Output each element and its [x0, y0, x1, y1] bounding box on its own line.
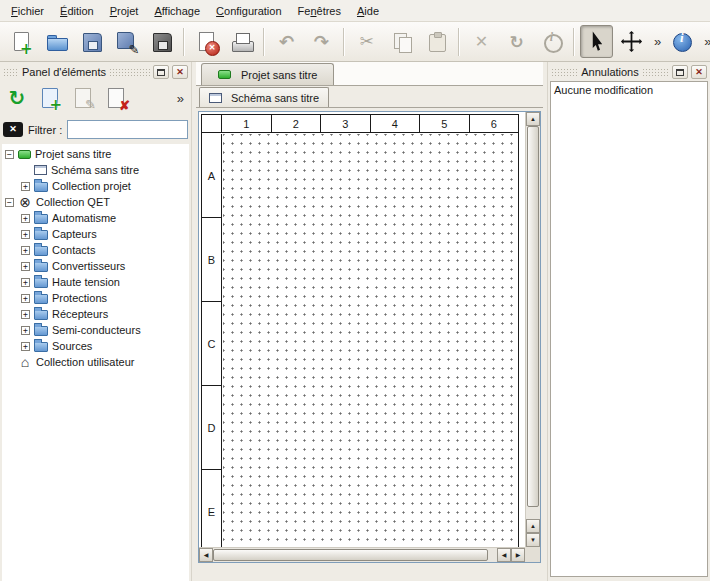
- menu-item-aide[interactable]: Aide: [349, 0, 387, 21]
- tab-schema-sans-titre[interactable]: Schéma sans titre: [199, 87, 329, 107]
- panel-toolbar-extension-button[interactable]: »: [173, 91, 189, 106]
- select-mode-button[interactable]: [580, 25, 613, 58]
- horizontal-scrollbar[interactable]: [199, 547, 525, 562]
- float-dock-button[interactable]: [153, 65, 169, 79]
- collapse-icon[interactable]: −: [5, 150, 14, 159]
- tree-item-recepteurs[interactable]: +Récepteurs: [2, 306, 189, 322]
- menu-item-fenetres[interactable]: Fenêtres: [290, 0, 349, 21]
- expand-icon[interactable]: +: [21, 294, 30, 303]
- tree-item-collection-utilisateur[interactable]: Collection utilisateur: [2, 354, 189, 370]
- edit-element-button[interactable]: [68, 83, 98, 113]
- row-header-a: A: [202, 134, 221, 217]
- scroll-left-button-right[interactable]: [497, 548, 511, 562]
- print-button[interactable]: [225, 25, 258, 58]
- column-headers: 123456: [222, 115, 518, 132]
- tree-item-sources[interactable]: +Sources: [2, 338, 189, 354]
- expand-icon[interactable]: +: [21, 342, 30, 351]
- vertical-scrollbar[interactable]: [525, 112, 540, 547]
- tree-item-haute-tension[interactable]: +Haute tension: [2, 274, 189, 290]
- toolbar-separator: [458, 28, 460, 56]
- filter-input[interactable]: [67, 120, 188, 139]
- delete-button[interactable]: [465, 25, 498, 58]
- expand-icon[interactable]: +: [21, 326, 30, 335]
- move-mode-button[interactable]: [615, 25, 648, 58]
- vertical-scroll-track[interactable]: [526, 126, 540, 519]
- tree-item-protections[interactable]: +Protections: [2, 290, 189, 306]
- menu-item-fichier[interactable]: Fichier: [3, 0, 52, 21]
- float-dock-button[interactable]: [672, 65, 688, 79]
- cut-button[interactable]: [350, 25, 383, 58]
- diagram-view-wrap: 123456 ABCDE: [196, 108, 543, 581]
- menu-item-affichage[interactable]: Affichage: [146, 0, 208, 21]
- folder-icon: [34, 310, 48, 320]
- print-icon: [230, 30, 254, 54]
- tree-item-collection-projet[interactable]: +Collection projet: [2, 178, 189, 194]
- paste-button[interactable]: [420, 25, 453, 58]
- toolbar-group-clipboard: [350, 25, 453, 58]
- save-as-icon: [115, 30, 139, 54]
- element-tree[interactable]: −Projet sans titreSchéma sans titre+Coll…: [2, 144, 189, 581]
- scroll-down-button[interactable]: [526, 533, 540, 547]
- new-element-button[interactable]: [35, 83, 65, 113]
- tab-projet-sans-titre[interactable]: Projet sans titre: [201, 63, 334, 85]
- tree-item-convertisseurs[interactable]: +Convertisseurs: [2, 258, 189, 274]
- tree-item-automatisme[interactable]: +Automatisme: [2, 210, 189, 226]
- tree-item-semi-conducteurs[interactable]: +Semi-conducteurs: [2, 322, 189, 338]
- tree-item-schema-sans-titre[interactable]: Schéma sans titre: [2, 162, 189, 178]
- menu-bar: FichierÉditionProjetAffichageConfigurati…: [0, 0, 710, 22]
- reload-collections-button[interactable]: [2, 83, 32, 113]
- arrow-left-icon: [502, 552, 507, 558]
- vertical-scroll-thumb[interactable]: [527, 126, 539, 507]
- diagram-canvas[interactable]: 123456 ABCDE: [199, 112, 525, 547]
- expand-icon[interactable]: +: [21, 262, 30, 271]
- new-document-button[interactable]: [5, 25, 38, 58]
- horizontal-scroll-thumb[interactable]: [213, 549, 488, 561]
- delete-element-button[interactable]: [101, 83, 131, 113]
- rotate-button[interactable]: [500, 25, 533, 58]
- tree-item-label: Collection projet: [52, 180, 131, 192]
- clear-filter-icon[interactable]: [3, 122, 23, 137]
- save-all-button[interactable]: [145, 25, 178, 58]
- undo-history-list[interactable]: Aucune modification: [550, 81, 708, 577]
- toolbar-extension-button[interactable]: »: [650, 34, 665, 49]
- expand-icon[interactable]: +: [21, 214, 30, 223]
- scroll-left-button[interactable]: [199, 548, 213, 562]
- expand-icon[interactable]: +: [21, 230, 30, 239]
- close-icon: [176, 68, 184, 77]
- menu-item-edition[interactable]: Édition: [52, 0, 102, 21]
- menu-item-projet[interactable]: Projet: [102, 0, 147, 21]
- close-dock-button[interactable]: [172, 65, 188, 79]
- expand-icon[interactable]: +: [21, 246, 30, 255]
- tree-item-label: Automatisme: [52, 212, 116, 224]
- diagram-tab-label: Schéma sans titre: [231, 92, 319, 104]
- scroll-up-button-bottom[interactable]: [526, 519, 540, 533]
- open-document-button[interactable]: [40, 25, 73, 58]
- close-dock-button[interactable]: [691, 65, 707, 79]
- scroll-up-button[interactable]: [526, 112, 540, 126]
- menu-item-configuration[interactable]: Configuration: [208, 0, 289, 21]
- toolbar-extension-button[interactable]: »: [700, 34, 710, 49]
- tree-item-collection-qet[interactable]: −Collection QET: [2, 194, 189, 210]
- about-button[interactable]: [665, 25, 698, 58]
- tree-item-capteurs[interactable]: +Capteurs: [2, 226, 189, 242]
- tree-item-projet-sans-titre[interactable]: −Projet sans titre: [2, 146, 189, 162]
- tree-item-contacts[interactable]: +Contacts: [2, 242, 189, 258]
- expand-icon[interactable]: +: [21, 182, 30, 191]
- collapse-icon[interactable]: −: [5, 198, 14, 207]
- save-as-button[interactable]: [110, 25, 143, 58]
- scroll-right-button[interactable]: [511, 548, 525, 562]
- redo-button[interactable]: [305, 25, 338, 58]
- expand-icon[interactable]: +: [21, 278, 30, 287]
- arrow-up-icon: [530, 116, 536, 122]
- save-button[interactable]: [75, 25, 108, 58]
- column-header-5: 5: [419, 115, 469, 132]
- copy-button[interactable]: [385, 25, 418, 58]
- horizontal-scroll-track[interactable]: [213, 548, 497, 562]
- dock-texture: [109, 68, 150, 77]
- diagram-view[interactable]: 123456 ABCDE: [198, 111, 541, 563]
- info-button[interactable]: [535, 25, 568, 58]
- undo-button[interactable]: [270, 25, 303, 58]
- expand-icon[interactable]: +: [21, 310, 30, 319]
- close-document-button[interactable]: [190, 25, 223, 58]
- float-icon: [676, 69, 684, 76]
